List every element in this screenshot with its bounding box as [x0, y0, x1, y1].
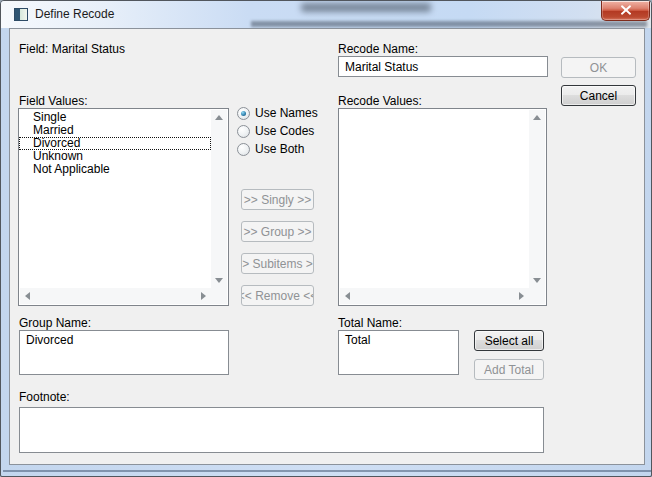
app-icon — [14, 8, 28, 21]
radio-label: Use Both — [255, 142, 304, 156]
scrollbar-corner — [529, 288, 545, 304]
radio-unselected-icon — [237, 125, 250, 138]
scroll-left-icon[interactable] — [345, 292, 350, 300]
recode-name-label: Recode Name: — [338, 42, 418, 56]
recode-values-label: Recode Values: — [338, 94, 422, 108]
scroll-right-icon[interactable] — [519, 292, 524, 300]
scrollbar-corner — [211, 288, 227, 304]
cancel-button[interactable]: Cancel — [561, 85, 636, 106]
scroll-left-icon[interactable] — [25, 292, 30, 300]
subitems-button[interactable]: >> Subitems >> — [241, 253, 314, 274]
field-values-label: Field Values: — [19, 94, 87, 108]
window-title: Define Recode — [35, 7, 114, 21]
define-recode-dialog: Define Recode Field: Marital Status Reco… — [0, 0, 652, 477]
recode-values-list — [339, 109, 529, 288]
close-icon — [620, 4, 632, 18]
field-values-list: Single Married Divorced Unknown Not Appl… — [19, 109, 211, 288]
recode-values-listbox[interactable] — [338, 108, 547, 306]
close-button[interactable] — [601, 1, 650, 21]
radio-label: Use Names — [255, 106, 318, 120]
use-both-radio[interactable]: Use Both — [237, 141, 304, 157]
list-item[interactable]: Not Applicable — [19, 163, 211, 176]
group-button[interactable]: >> Group >> — [241, 221, 314, 242]
footnote-label: Footnote: — [19, 390, 70, 404]
field-info-label: Field: Marital Status — [19, 42, 125, 56]
ok-button[interactable]: OK — [561, 57, 636, 78]
remove-button[interactable]: << Remove << — [241, 285, 314, 306]
radio-unselected-icon — [237, 143, 250, 156]
vertical-scrollbar[interactable] — [211, 110, 227, 288]
scroll-right-icon[interactable] — [201, 292, 206, 300]
radio-label: Use Codes — [255, 124, 314, 138]
total-name-label: Total Name: — [338, 316, 402, 330]
vertical-scrollbar[interactable] — [529, 110, 545, 288]
scroll-down-icon[interactable] — [533, 278, 541, 283]
horizontal-scrollbar[interactable] — [340, 288, 529, 304]
title-bar: Define Recode — [1, 1, 651, 28]
scroll-up-icon[interactable] — [215, 115, 223, 120]
add-total-button[interactable]: Add Total — [474, 359, 544, 380]
use-names-radio[interactable]: Use Names — [237, 105, 318, 121]
field-values-listbox[interactable]: Single Married Divorced Unknown Not Appl… — [18, 108, 229, 306]
singly-button[interactable]: >> Singly >> — [241, 189, 314, 210]
total-name-input[interactable]: Total — [338, 330, 459, 375]
background-window-smudge — [301, 3, 431, 12]
recode-name-input[interactable] — [338, 56, 548, 77]
group-name-label: Group Name: — [19, 316, 91, 330]
scroll-down-icon[interactable] — [215, 278, 223, 283]
scroll-up-icon[interactable] — [533, 115, 541, 120]
footnote-input[interactable] — [19, 407, 544, 453]
select-all-button[interactable]: Select all — [474, 330, 544, 351]
radio-selected-icon — [237, 107, 250, 120]
horizontal-scrollbar[interactable] — [20, 288, 211, 304]
use-codes-radio[interactable]: Use Codes — [237, 123, 314, 139]
background-window-bar — [251, 21, 647, 27]
group-name-input[interactable]: Divorced — [19, 330, 229, 375]
frame-bottom-edge — [3, 470, 651, 472]
